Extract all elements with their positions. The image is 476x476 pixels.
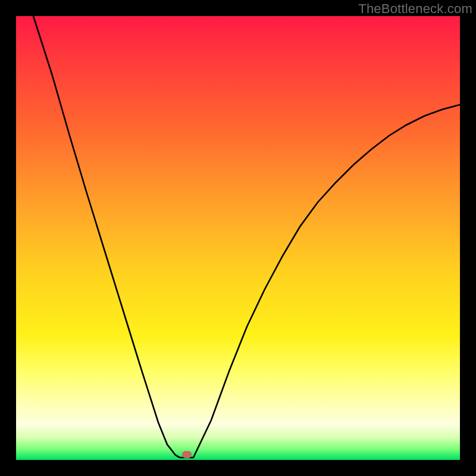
plot-area (16, 16, 460, 460)
curve-path (33, 16, 460, 458)
watermark-text: TheBottleneck.com (358, 1, 472, 17)
bottleneck-curve (16, 16, 460, 460)
chart-frame: TheBottleneck.com (0, 0, 476, 476)
minimum-marker (182, 451, 192, 458)
